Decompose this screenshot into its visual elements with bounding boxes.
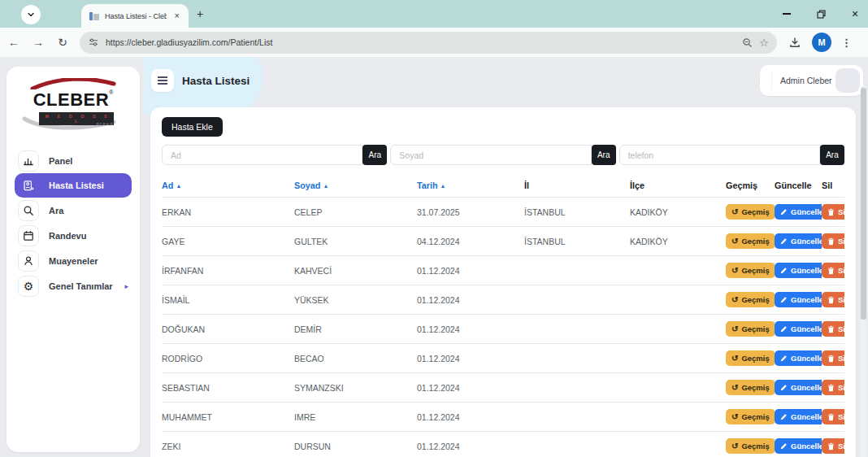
cell-tarih: 01.12.2024 [417, 344, 524, 373]
history-button[interactable]: ↺ Geçmiş [726, 350, 775, 366]
pencil-icon [780, 384, 788, 391]
ad-search-button[interactable]: Ara [362, 145, 387, 165]
browser-menu-icon[interactable]: ⋮ [841, 37, 852, 49]
history-button[interactable]: ↺ Geçmiş [726, 438, 775, 454]
delete-button[interactable]: Sil [822, 380, 844, 395]
window-restore-button[interactable] [814, 7, 827, 20]
downloads-icon[interactable] [788, 36, 801, 49]
window-close-button[interactable]: × [848, 7, 861, 20]
profile-avatar[interactable]: M [812, 33, 831, 52]
sidebar-item-label: Muayeneler [49, 256, 98, 266]
page-content: Hasta Listesi Admin Cleber CLEBER® M E D… [0, 57, 868, 457]
cell-il [524, 344, 630, 373]
history-icon: ↺ [731, 237, 738, 246]
delete-button[interactable]: Sil [822, 350, 844, 366]
browser-tab[interactable]: Hasta Listesi - CleberWeb × [81, 4, 189, 28]
soyad-search-button[interactable]: Ara [592, 145, 616, 165]
tab-search-button[interactable] [21, 5, 41, 24]
reload-icon[interactable]: ↻ [52, 32, 73, 53]
cell-ad: ERKAN [162, 198, 294, 227]
update-button[interactable]: Güncelle [775, 233, 822, 249]
history-button[interactable]: ↺ Geçmiş [726, 233, 775, 249]
update-button[interactable]: Güncelle [775, 380, 822, 395]
update-button[interactable]: Güncelle [775, 321, 822, 337]
cell-ad: ZEKI [162, 432, 294, 457]
history-label: Geçmiş [741, 412, 769, 421]
bookmark-star-icon[interactable]: ☆ [759, 37, 769, 49]
update-button[interactable]: Güncelle [775, 438, 822, 454]
sidebar-item-ara[interactable]: Ara [7, 198, 140, 223]
history-button[interactable]: ↺ Geçmiş [726, 380, 775, 395]
cell-tarih: 01.12.2024 [417, 315, 524, 344]
update-button[interactable]: Güncelle [775, 292, 822, 307]
cell-soyad: IMRE [294, 403, 417, 432]
column-header-soyad[interactable]: Soyad ▲ [294, 176, 417, 198]
trash-icon [827, 267, 835, 275]
ad-search-input[interactable] [162, 145, 362, 165]
history-button[interactable]: ↺ Geçmiş [726, 292, 775, 307]
cell-ilce [630, 344, 726, 373]
telefon-search-input[interactable] [619, 145, 820, 165]
history-button[interactable]: ↺ Geçmiş [726, 409, 775, 424]
soyad-search-input[interactable] [390, 145, 591, 165]
column-header-tarih[interactable]: Tarih ▲ [417, 176, 524, 198]
history-button[interactable]: ↺ Geçmiş [726, 321, 775, 337]
delete-label: Sil [838, 295, 844, 304]
cell-ad: İRFANFAN [162, 256, 294, 285]
update-button[interactable]: Güncelle [775, 263, 822, 278]
zoom-icon[interactable] [742, 37, 753, 48]
delete-button[interactable]: Sil [822, 409, 844, 424]
history-button[interactable]: ↺ Geçmiş [726, 263, 775, 278]
user-card[interactable]: Admin Cleber [760, 65, 863, 96]
tab-favicon [89, 11, 99, 21]
sidebar-item-randevu[interactable]: Randevu [7, 223, 140, 248]
cell-soyad: DURSUN [294, 432, 417, 457]
cell-soyad: CELEP [294, 198, 417, 227]
sort-asc-icon: ▲ [176, 183, 181, 189]
patient-list-icon [18, 175, 39, 196]
back-icon[interactable]: ← [3, 32, 24, 53]
table-row: MUHAMMET IMRE 01.12.2024 ↺ Geçmiş Güncel… [162, 403, 844, 432]
cell-soyad: BECAO [294, 344, 417, 373]
cell-soyad: DEMİR [294, 315, 417, 344]
history-icon: ↺ [731, 267, 738, 275]
history-icon: ↺ [731, 208, 738, 216]
history-icon: ↺ [731, 325, 738, 333]
sidebar-item-muayeneler[interactable]: Muayeneler [7, 248, 140, 273]
window-minimize-button[interactable] [780, 7, 793, 20]
delete-button[interactable]: Sil [822, 292, 844, 307]
table-row: GAYE GULTEK 04.12.2024 İSTANBUL KADIKÖY … [162, 227, 844, 256]
trash-icon [827, 325, 835, 333]
hamburger-menu-button[interactable] [151, 69, 174, 92]
minimize-icon [783, 13, 791, 14]
tab-close-icon[interactable]: × [172, 11, 182, 21]
history-label: Geçmiş [741, 442, 769, 450]
logo-group-tag: group [96, 121, 114, 126]
person-icon [18, 250, 39, 272]
column-header-ad[interactable]: Ad ▲ [162, 176, 294, 198]
page-scrollbar[interactable] [861, 86, 866, 457]
delete-button[interactable]: Sil [822, 204, 844, 220]
url-text: https://cleber.gladiusyazilim.com/Patien… [106, 37, 736, 47]
add-patient-button[interactable]: Hasta Ekle [162, 117, 223, 137]
delete-button[interactable]: Sil [822, 233, 844, 249]
history-button[interactable]: ↺ Geçmiş [726, 204, 775, 220]
telefon-search-button[interactable]: Ara [820, 145, 844, 165]
sidebar-item-panel[interactable]: Panel [7, 148, 140, 173]
trash-icon [827, 355, 835, 363]
delete-button[interactable]: Sil [822, 263, 844, 278]
update-button[interactable]: Güncelle [775, 350, 822, 366]
site-info-icon[interactable] [88, 37, 99, 48]
update-button[interactable]: Güncelle [775, 409, 822, 424]
delete-button[interactable]: Sil [822, 321, 844, 337]
delete-button[interactable]: Sil [822, 438, 844, 454]
history-label: Geçmiş [741, 266, 769, 275]
new-tab-button[interactable]: + [192, 6, 208, 22]
update-button[interactable]: Güncelle [775, 204, 822, 220]
cell-tarih: 01.12.2024 [417, 256, 524, 285]
sidebar-item-genel-tanimlar[interactable]: ⚙ Genel Tanımlar ▸ [7, 273, 140, 298]
url-bar[interactable]: https://cleber.gladiusyazilim.com/Patien… [80, 32, 777, 54]
forward-icon[interactable]: → [28, 32, 49, 53]
scrollbar-thumb[interactable] [861, 88, 866, 320]
sidebar-item-hasta-listesi[interactable]: Hasta Listesi [15, 173, 132, 198]
